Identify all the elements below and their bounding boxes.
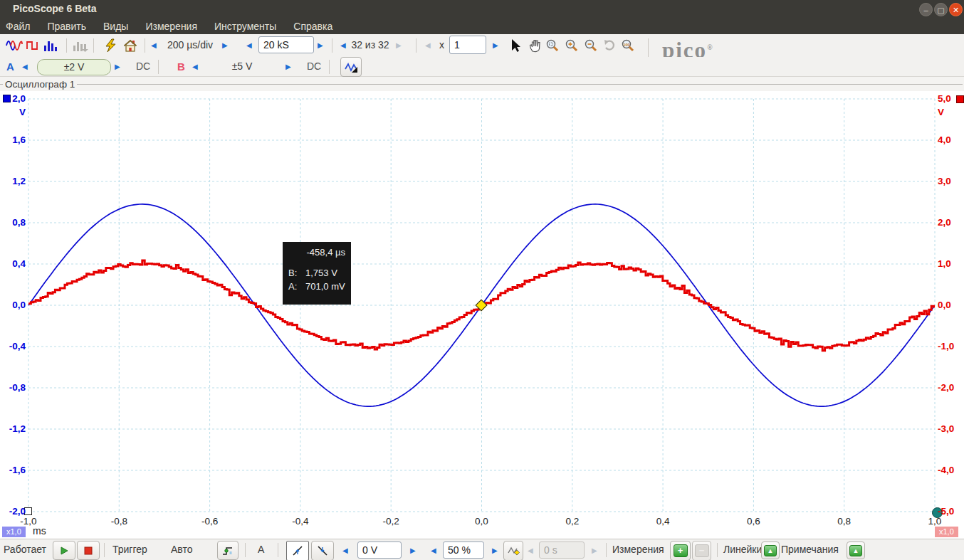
scope-mode-icon[interactable] [6,39,23,55]
timebase-next-arrow[interactable]: ▶ [222,41,228,51]
start-button[interactable] [53,541,75,560]
tooltip-b-label: B: [288,268,305,278]
x-axis-tick: -0,6 [193,515,227,527]
tab-rule-right [77,84,963,85]
zoom-in-icon[interactable] [565,38,579,56]
left-axis-tick: 1,6 [0,134,26,146]
pretrigger-input[interactable] [443,541,484,559]
channel-b-coupling[interactable]: DC [307,60,321,72]
trigger-level-input[interactable] [357,541,402,559]
channel-b-range-next-arrow[interactable]: ▶ [285,62,291,72]
rising-edge-button[interactable] [286,541,309,560]
add-measurement-button[interactable]: + [670,541,691,560]
left-axis-tick: -1,6 [0,464,26,476]
tooltip-a-label: A: [288,281,305,292]
channel-a-range-select[interactable]: ±2 V [37,59,111,75]
samples-next-arrow[interactable]: ▶ [318,41,323,51]
remove-measurement-button: − [692,541,711,560]
tooltip-b-value: 1,753 V [305,268,337,278]
trigger-level-down-arrow[interactable]: ◀ [342,546,348,556]
left-axis-tick: -1,2 [0,423,26,435]
divider [145,38,145,53]
zoom-next-arrow[interactable]: ▶ [493,41,498,51]
rulers-label: Линейки [723,544,762,555]
stop-button[interactable] [77,541,100,560]
channel-a-coupling[interactable]: DC [136,60,150,72]
samples-prev-arrow[interactable]: ◀ [246,41,252,51]
trigger-channel-select[interactable]: A [258,544,264,555]
delay-input [539,541,585,559]
menu-tools[interactable]: Инструменты [214,21,276,32]
channels-toolbar: A ◀ ±2 V ▶ DC B ◀ ±5 V ▶ DC [0,57,964,77]
notes-panel-button[interactable]: ▲ [847,541,865,559]
close-icon[interactable]: ✕ [949,3,963,16]
zoom-box-tool-icon[interactable] [545,38,560,56]
samples-input[interactable] [258,36,314,53]
right-axis-tick: -4,0 [938,464,963,476]
menu-measurements[interactable]: Измерения [145,21,197,32]
x-axis-tick: -1,0 [11,515,46,527]
x-axis-tick: 0,2 [555,515,590,527]
channel-a-label: A [6,60,14,73]
signal-generator-button[interactable] [340,57,362,77]
scope-view[interactable]: V V -458,4 µs B:1,753 V A:701,0 mV x1,0 … [0,91,964,539]
zoom-out-icon[interactable] [584,38,598,56]
zoom-full-icon[interactable]: 100 [621,38,636,56]
channel-b-range-prev-arrow[interactable]: ◀ [192,62,198,72]
view-tab-bar: Осциллограф 1 [0,77,964,91]
x-zoom-badge-right[interactable]: x1,0 [935,527,958,537]
timebase-value[interactable]: 200 µs/div [158,39,222,51]
home-icon[interactable] [122,38,138,56]
rulers-panel-button[interactable]: ▲ [761,541,780,559]
right-axis-tick: 5,0 [938,93,963,105]
tab-scope-1[interactable]: Осциллограф 1 [3,79,77,90]
x-axis-tick: -0,4 [283,515,318,527]
maximize-icon[interactable]: ▢ [934,3,948,16]
window-title: PicoScope 6 Beta [13,3,97,14]
divider [606,543,607,557]
menu-file[interactable]: Файл [6,21,30,32]
menu-bar: Файл Править Виды Измерения Инструменты … [0,19,964,34]
divider [158,60,159,74]
delay-down-arrow: ◀ [528,546,533,556]
pretrigger-down-arrow[interactable]: ◀ [431,546,436,556]
timebase-prev-arrow[interactable]: ◀ [151,41,157,51]
x-zoom-badge-left[interactable]: x1,0 [2,527,26,537]
zoom-prev-arrow: ◀ [425,41,431,51]
square-wave-mode-icon[interactable] [26,40,40,54]
pointer-tool-icon[interactable] [510,38,521,56]
trigger-mode-select[interactable]: Авто [171,544,193,555]
buffer-prev-arrow[interactable]: ◀ [340,41,346,51]
spectrum-mode-icon[interactable] [43,39,58,55]
x-axis-tick: 0,8 [827,515,861,527]
auto-setup-icon[interactable] [103,38,117,56]
right-axis-unit: V [938,107,944,117]
run-status-label: Работает [4,544,46,555]
menu-edit[interactable]: Править [47,21,86,32]
left-axis-tick: 0,0 [0,299,26,311]
hand-tool-icon[interactable] [528,38,543,56]
divider [332,38,332,53]
tooltip-time: -458,4 µs [288,247,345,258]
persistence-mode-icon [72,40,89,55]
pretrigger-up-arrow[interactable]: ▶ [492,546,498,556]
menu-views[interactable]: Виды [103,21,128,32]
trigger-level-up-arrow[interactable]: ▶ [410,546,416,556]
divider [416,38,416,53]
channel-b-range-select[interactable]: ±5 V [214,60,271,72]
advanced-trigger-button[interactable] [217,541,239,560]
zoom-factor-input[interactable] [449,36,486,54]
menu-help[interactable]: Справка [293,21,332,32]
trigger-reference-button[interactable] [503,541,523,560]
buffer-position: 32 из 32 [347,39,393,51]
channel-a-range-next-arrow[interactable]: ▶ [115,62,120,72]
divider [245,543,246,557]
x-axis-tick: 1,0 [918,515,952,527]
svg-text:100: 100 [623,43,629,47]
right-axis-tick: 2,0 [938,216,963,228]
buffer-next-arrow: ▶ [396,41,402,51]
minimize-icon[interactable]: – [919,3,933,16]
falling-edge-button[interactable] [311,541,334,560]
channel-a-range-prev-arrow[interactable]: ◀ [22,62,28,72]
measurements-label: Измерения [612,544,664,555]
